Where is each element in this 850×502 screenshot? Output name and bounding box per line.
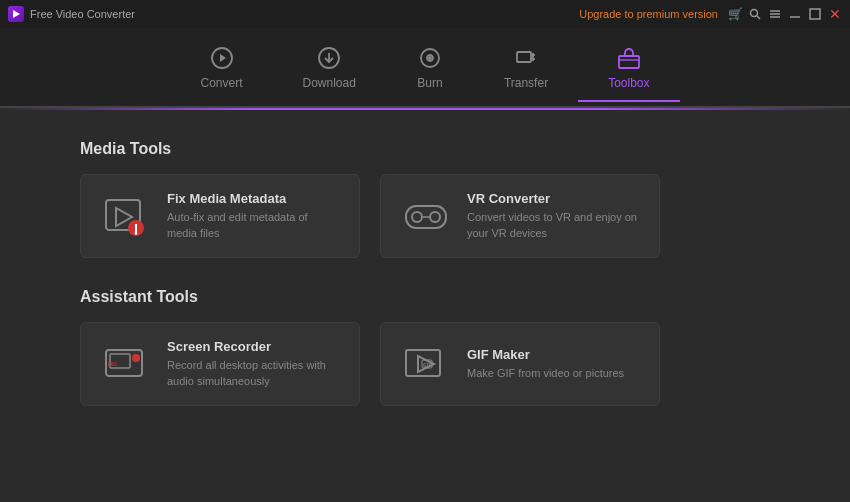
- svg-point-1: [751, 10, 758, 17]
- transfer-icon: [512, 44, 540, 72]
- vr-converter-icon: [401, 191, 451, 241]
- nav-item-download[interactable]: Download: [273, 34, 386, 100]
- svg-text:GIF: GIF: [423, 362, 432, 368]
- nav-item-burn[interactable]: Burn: [386, 34, 474, 100]
- tool-fix-media-metadata[interactable]: Fix Media Metadata Auto-fix and edit met…: [80, 174, 360, 258]
- svg-marker-9: [220, 54, 226, 62]
- search-icon[interactable]: [748, 7, 762, 21]
- nav-label-burn: Burn: [417, 76, 442, 90]
- screen-recorder-icon: REC: [101, 339, 151, 389]
- screen-recorder-desc: Record all desktop activities with audio…: [167, 358, 339, 389]
- app-icon: [8, 6, 24, 22]
- burn-icon: [416, 44, 444, 72]
- close-icon[interactable]: ✕: [828, 7, 842, 21]
- nav-item-toolbox[interactable]: Toolbox: [578, 34, 679, 100]
- gif-maker-desc: Make GIF from video or pictures: [467, 366, 624, 381]
- fix-media-metadata-info: Fix Media Metadata Auto-fix and edit met…: [167, 191, 339, 241]
- title-bar-right: Upgrade to premium version 🛒: [579, 7, 842, 21]
- svg-marker-0: [13, 10, 20, 18]
- fix-media-metadata-desc: Auto-fix and edit metadata of media file…: [167, 210, 339, 241]
- media-tools-grid: Fix Media Metadata Auto-fix and edit met…: [80, 174, 770, 258]
- svg-point-27: [412, 212, 422, 222]
- download-icon: [315, 44, 343, 72]
- title-bar: Free Video Converter Upgrade to premium …: [0, 0, 850, 28]
- tool-gif-maker[interactable]: GIF GIF Maker Make GIF from video or pic…: [380, 322, 660, 406]
- title-bar-left: Free Video Converter: [8, 6, 135, 22]
- gif-maker-icon: GIF: [401, 339, 451, 389]
- vr-converter-info: VR Converter Convert videos to VR and en…: [467, 191, 639, 241]
- svg-rect-15: [517, 52, 531, 62]
- nav-label-toolbox: Toolbox: [608, 76, 649, 90]
- toolbox-icon: [615, 44, 643, 72]
- svg-rect-19: [619, 56, 639, 68]
- window-controls: 🛒: [728, 7, 842, 21]
- minimize-icon[interactable]: [788, 7, 802, 21]
- nav-bar: Convert Download Burn: [0, 28, 850, 108]
- maximize-icon[interactable]: [808, 7, 822, 21]
- main-content: Media Tools Fix Media Metadata Auto-fix …: [0, 110, 850, 466]
- nav-item-transfer[interactable]: Transfer: [474, 34, 578, 100]
- svg-line-2: [757, 16, 760, 19]
- screen-recorder-info: Screen Recorder Record all desktop activ…: [167, 339, 339, 389]
- svg-point-14: [429, 57, 431, 59]
- vr-converter-desc: Convert videos to VR and enjoy on your V…: [467, 210, 639, 241]
- nav-label-convert: Convert: [200, 76, 242, 90]
- nav-label-transfer: Transfer: [504, 76, 548, 90]
- vr-converter-name: VR Converter: [467, 191, 639, 206]
- svg-text:REC: REC: [108, 361, 117, 367]
- upgrade-link[interactable]: Upgrade to premium version: [579, 8, 718, 20]
- tool-screen-recorder[interactable]: REC Screen Recorder Record all desktop a…: [80, 322, 360, 406]
- assistant-tools-title: Assistant Tools: [80, 288, 770, 306]
- media-tools-section: Media Tools Fix Media Metadata Auto-fix …: [80, 140, 770, 258]
- tool-vr-converter[interactable]: VR Converter Convert videos to VR and en…: [380, 174, 660, 258]
- fix-media-metadata-name: Fix Media Metadata: [167, 191, 339, 206]
- screen-recorder-name: Screen Recorder: [167, 339, 339, 354]
- media-tools-title: Media Tools: [80, 140, 770, 158]
- app-title: Free Video Converter: [30, 8, 135, 20]
- svg-point-28: [430, 212, 440, 222]
- assistant-tools-grid: REC Screen Recorder Record all desktop a…: [80, 322, 770, 406]
- convert-icon: [208, 44, 236, 72]
- cart-icon[interactable]: 🛒: [728, 7, 742, 21]
- fix-media-metadata-icon: [101, 191, 151, 241]
- gif-maker-name: GIF Maker: [467, 347, 624, 362]
- svg-point-32: [132, 354, 140, 362]
- assistant-tools-section: Assistant Tools REC Screen Recorder Reco…: [80, 288, 770, 406]
- menu-icon[interactable]: [768, 7, 782, 21]
- nav-item-convert[interactable]: Convert: [170, 34, 272, 100]
- nav-label-download: Download: [303, 76, 356, 90]
- svg-rect-7: [810, 9, 820, 19]
- gif-maker-info: GIF Maker Make GIF from video or picture…: [467, 347, 624, 381]
